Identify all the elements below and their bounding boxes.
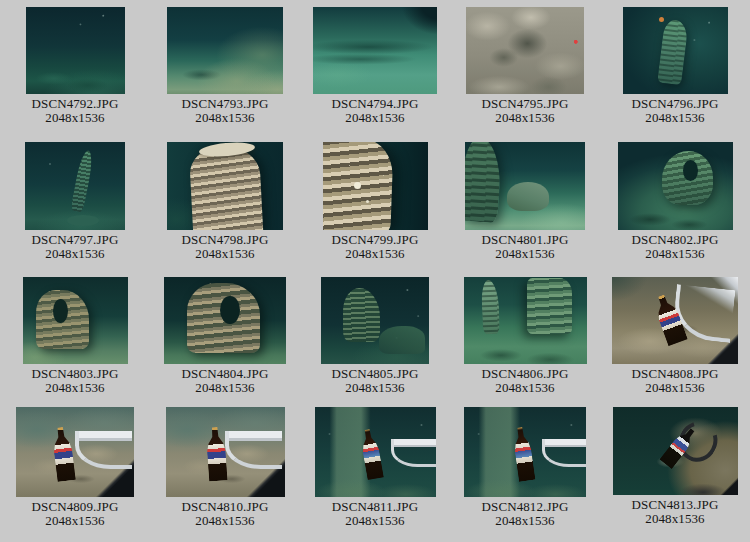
photo-filename: DSCN4810.JPG xyxy=(182,500,269,514)
gallery-cell: DSCN4795.JPG 2048x1536 xyxy=(450,0,600,135)
photo-dimensions: 2048x1536 xyxy=(332,247,419,261)
photo-dimensions: 2048x1536 xyxy=(482,381,569,395)
gallery-cell: DSCN4799.JPG 2048x1536 xyxy=(300,135,450,270)
gallery-cell: DSCN4812.JPG 2048x1536 xyxy=(450,400,600,542)
gallery-cell: DSCN4794.JPG 2048x1536 xyxy=(300,0,450,135)
gallery-cell: DSCN4813.JPG 2048x1536 xyxy=(600,400,750,542)
photo-filename: DSCN4801.JPG xyxy=(482,233,569,247)
thumbnail-dscn4797[interactable] xyxy=(25,142,125,230)
photo-filename: DSCN4799.JPG xyxy=(332,233,419,247)
photo-filename: DSCN4809.JPG xyxy=(32,500,119,514)
gallery-cell: DSCN4805.JPG 2048x1536 xyxy=(300,270,450,400)
photo-filename: DSCN4803.JPG xyxy=(32,367,119,381)
thumbnail-dscn4802[interactable] xyxy=(618,142,733,230)
photo-filename: DSCN4797.JPG xyxy=(32,233,119,247)
photo-dimensions: 2048x1536 xyxy=(32,381,119,395)
photo-dimensions: 2048x1536 xyxy=(32,514,119,528)
thumbnail-dscn4806[interactable] xyxy=(464,277,587,364)
gallery-cell: DSCN4810.JPG 2048x1536 xyxy=(150,400,300,542)
thumbnail-dscn4795[interactable] xyxy=(466,7,584,94)
thumbnail-dscn4796[interactable] xyxy=(623,7,728,94)
thumbnail-dscn4804[interactable] xyxy=(164,277,286,364)
photo-filename: DSCN4808.JPG xyxy=(632,367,719,381)
gallery-cell: DSCN4797.JPG 2048x1536 xyxy=(0,135,150,270)
photo-filename: DSCN4812.JPG xyxy=(482,500,569,514)
photo-filename: DSCN4804.JPG xyxy=(182,367,269,381)
thumbnail-dscn4809[interactable] xyxy=(16,407,134,497)
photo-dimensions: 2048x1536 xyxy=(32,247,119,261)
gallery-cell: DSCN4811.JPG 2048x1536 xyxy=(300,400,450,542)
gallery-cell: DSCN4803.JPG 2048x1536 xyxy=(0,270,150,400)
gallery-cell: DSCN4796.JPG 2048x1536 xyxy=(600,0,750,135)
thumbnail-dscn4794[interactable] xyxy=(313,7,437,94)
photo-dimensions: 2048x1536 xyxy=(332,514,418,528)
gallery-cell: DSCN4801.JPG 2048x1536 xyxy=(450,135,600,270)
photo-dimensions: 2048x1536 xyxy=(482,247,569,261)
gallery-cell: DSCN4802.JPG 2048x1536 xyxy=(600,135,750,270)
photo-filename: DSCN4792.JPG xyxy=(32,97,119,111)
photo-dimensions: 2048x1536 xyxy=(332,381,419,395)
photo-filename: DSCN4811.JPG xyxy=(332,500,418,514)
thumbnail-dscn4803[interactable] xyxy=(23,277,128,364)
photo-filename: DSCN4798.JPG xyxy=(182,233,269,247)
photo-dimensions: 2048x1536 xyxy=(632,512,719,526)
photo-dimensions: 2048x1536 xyxy=(632,247,719,261)
photo-dimensions: 2048x1536 xyxy=(632,381,719,395)
photo-dimensions: 2048x1536 xyxy=(632,111,719,125)
thumbnail-dscn4801[interactable] xyxy=(465,142,585,230)
photo-filename: DSCN4805.JPG xyxy=(332,367,419,381)
thumbnail-dscn4805[interactable] xyxy=(321,277,429,364)
photo-filename: DSCN4806.JPG xyxy=(482,367,569,381)
thumbnail-dscn4812[interactable] xyxy=(464,407,586,497)
photo-filename: DSCN4802.JPG xyxy=(632,233,719,247)
thumbnail-dscn4792[interactable] xyxy=(26,7,125,94)
photo-dimensions: 2048x1536 xyxy=(482,514,569,528)
gallery-cell: DSCN4809.JPG 2048x1536 xyxy=(0,400,150,542)
gallery-cell: DSCN4808.JPG 2048x1536 xyxy=(600,270,750,400)
photo-dimensions: 2048x1536 xyxy=(182,381,269,395)
thumbnail-dscn4813[interactable] xyxy=(613,407,738,495)
gallery-cell: DSCN4793.JPG 2048x1536 xyxy=(150,0,300,135)
photo-dimensions: 2048x1536 xyxy=(332,111,419,125)
photo-dimensions: 2048x1536 xyxy=(182,514,269,528)
photo-dimensions: 2048x1536 xyxy=(32,111,119,125)
gallery-cell: DSCN4806.JPG 2048x1536 xyxy=(450,270,600,400)
photo-filename: DSCN4795.JPG xyxy=(482,97,569,111)
photo-filename: DSCN4796.JPG xyxy=(632,97,719,111)
thumbnail-dscn4811[interactable] xyxy=(315,407,436,497)
thumbnail-dscn4799[interactable] xyxy=(323,142,428,230)
thumbnail-dscn4798[interactable] xyxy=(167,142,283,230)
thumbnail-dscn4808[interactable] xyxy=(612,277,738,364)
photo-dimensions: 2048x1536 xyxy=(182,111,269,125)
thumbnail-dscn4793[interactable] xyxy=(167,7,283,94)
gallery-cell: DSCN4792.JPG 2048x1536 xyxy=(0,0,150,135)
photo-dimensions: 2048x1536 xyxy=(182,247,269,261)
photo-filename: DSCN4793.JPG xyxy=(182,97,269,111)
photo-filename: DSCN4813.JPG xyxy=(632,498,719,512)
thumbnail-dscn4810[interactable] xyxy=(166,407,285,497)
photo-dimensions: 2048x1536 xyxy=(482,111,569,125)
photo-filename: DSCN4794.JPG xyxy=(332,97,419,111)
gallery-cell: DSCN4804.JPG 2048x1536 xyxy=(150,270,300,400)
photo-gallery-grid: DSCN4792.JPG 2048x1536 DSCN4793.JPG 2048… xyxy=(0,0,750,542)
gallery-cell: DSCN4798.JPG 2048x1536 xyxy=(150,135,300,270)
